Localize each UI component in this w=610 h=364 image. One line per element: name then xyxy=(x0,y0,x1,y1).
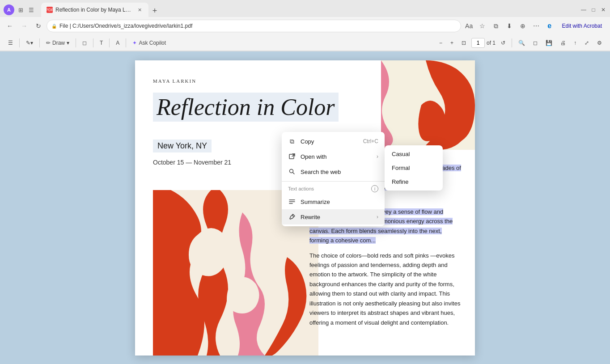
open-with-arrow: › xyxy=(377,153,378,160)
immersive-btn[interactable]: ◻ xyxy=(530,39,540,47)
search-btn[interactable]: 🔍 xyxy=(516,39,528,47)
tab-close-btn[interactable]: ✕ xyxy=(136,6,143,13)
close-btn[interactable]: ✕ xyxy=(600,7,606,13)
text-actions-label: Text actions xyxy=(288,186,314,191)
separator6 xyxy=(126,38,126,47)
nav-extras: Aa ☆ ⧉ ⬇ ⊕ ⋯ e xyxy=(463,20,556,32)
pdf-location: New York, NY xyxy=(153,140,212,152)
separator4 xyxy=(93,38,93,47)
favorites-btn[interactable]: ☆ xyxy=(476,20,489,32)
new-tab-btn[interactable]: + xyxy=(148,4,161,17)
address-text: File | C:/Users/Onedrive/s_izza/lovegive… xyxy=(59,23,456,29)
share-btn[interactable]: ↑ xyxy=(571,39,579,47)
tab-list-btn[interactable]: ☰ xyxy=(27,5,36,14)
menu-separator-1 xyxy=(282,181,385,182)
pdf-settings-btn[interactable]: ⚙ xyxy=(594,39,605,47)
separator3 xyxy=(76,38,76,47)
refresh-btn[interactable]: ↻ xyxy=(32,20,45,32)
copy-label: Copy xyxy=(301,138,359,145)
rewrite-icon xyxy=(288,213,296,221)
separator2 xyxy=(39,38,40,47)
font-btn[interactable]: A xyxy=(113,39,122,47)
context-menu: ⧉ Copy Ctrl+C Open with › Searc xyxy=(282,132,385,226)
save-btn[interactable]: 💾 xyxy=(543,39,555,47)
lock-icon: 🔒 xyxy=(51,24,57,29)
extensions-btn[interactable]: ⊕ xyxy=(517,20,529,32)
refine-option[interactable]: Refine xyxy=(385,175,443,189)
pdf-toolbar: ☰ ✎▾ ✏ Draw ▾ ◻ T A ✦ Ask Copilot − + ⊡ … xyxy=(0,35,610,51)
more-btn[interactable]: ⋯ xyxy=(530,20,542,32)
copilot-icon: ✦ xyxy=(132,40,137,46)
formal-option[interactable]: Formal xyxy=(385,161,443,175)
profile-icon[interactable]: A xyxy=(4,4,14,15)
separator5 xyxy=(109,38,110,47)
browser-chrome: A ⊞ ☰ PDF Reflection in Color by Maya La… xyxy=(0,0,610,51)
tab-title: Reflection in Color by Maya Lark... xyxy=(55,7,133,13)
edit-acrobat-btn[interactable]: Edit with Acrobat xyxy=(558,21,606,31)
main-area: MAYA LARKIN Reflection in Color New York… xyxy=(0,51,610,364)
info-icon[interactable]: i xyxy=(371,185,378,192)
page-nav: of 1 xyxy=(471,38,496,48)
ask-copilot-label: Ask Copilot xyxy=(139,40,166,46)
text-actions-section: Text actions i xyxy=(282,183,385,194)
maximize-btn[interactable]: □ xyxy=(590,7,597,13)
reader-mode-btn[interactable]: Aa xyxy=(463,20,475,32)
svg-line-9 xyxy=(292,215,294,217)
edge-icon: e xyxy=(543,20,556,32)
zoom-in-btn[interactable]: + xyxy=(448,39,456,47)
separator1 xyxy=(19,38,20,47)
info-letter: i xyxy=(374,186,375,191)
window-controls: — □ ✕ xyxy=(580,7,606,13)
search-web-menu-item[interactable]: Search the web xyxy=(282,164,385,179)
workspaces-btn[interactable]: ⊞ xyxy=(16,5,25,14)
pdf-paragraph-3: The choice of colors—bold reds and soft … xyxy=(309,251,462,328)
rewrite-arrow: › xyxy=(377,214,378,220)
rewrite-menu-item[interactable]: Rewrite › xyxy=(282,209,385,224)
collections-btn[interactable]: ⧉ xyxy=(490,20,502,32)
highlight-btn[interactable]: ✎▾ xyxy=(23,39,36,47)
separator7 xyxy=(512,38,512,47)
summarize-icon xyxy=(288,198,296,206)
search-web-label: Search the web xyxy=(301,169,378,175)
rotate-btn[interactable]: ↺ xyxy=(498,39,508,47)
summarize-menu-item[interactable]: Summarize xyxy=(282,194,385,209)
nav-bar: ← → ↻ 🔒 File | C:/Users/Onedrive/s_izza/… xyxy=(0,17,610,35)
search-web-icon xyxy=(288,168,296,176)
draw-btn[interactable]: ✏ Draw ▾ xyxy=(43,39,72,47)
page-total: of 1 xyxy=(487,40,496,46)
copy-shortcut: Ctrl+C xyxy=(363,138,378,144)
print-btn[interactable]: 🖨 xyxy=(558,39,568,47)
copy-menu-item[interactable]: ⧉ Copy Ctrl+C xyxy=(282,134,385,149)
minimize-btn[interactable]: — xyxy=(580,7,587,13)
erase-btn[interactable]: ◻ xyxy=(80,39,89,47)
pdf-title: Reflection in Color xyxy=(153,93,339,122)
fullscreen-btn[interactable]: ⤢ xyxy=(582,39,592,47)
ask-copilot-btn[interactable]: ✦ Ask Copilot xyxy=(130,39,169,47)
tab-bar: A ⊞ ☰ PDF Reflection in Color by Maya La… xyxy=(0,0,610,17)
forward-btn[interactable]: → xyxy=(18,20,30,32)
download-btn[interactable]: ⬇ xyxy=(503,20,516,32)
fit-btn[interactable]: ⊡ xyxy=(459,39,469,47)
back-btn[interactable]: ← xyxy=(4,20,16,32)
casual-option[interactable]: Casual xyxy=(385,147,443,161)
active-tab[interactable]: PDF Reflection in Color by Maya Lark... … xyxy=(41,3,148,17)
tab-favicon: PDF xyxy=(47,7,53,13)
tabs-container: PDF Reflection in Color by Maya Lark... … xyxy=(41,3,575,17)
open-with-menu-item[interactable]: Open with › xyxy=(282,149,385,164)
rewrite-label: Rewrite xyxy=(301,214,372,220)
copy-icon: ⧉ xyxy=(288,137,296,145)
zoom-out-btn[interactable]: − xyxy=(436,39,445,47)
open-with-label: Open with xyxy=(301,153,372,160)
rewrite-submenu: Casual Formal Refine xyxy=(385,145,443,190)
svg-line-5 xyxy=(293,173,295,174)
textbox-btn[interactable]: T xyxy=(97,39,106,47)
draw-label: Draw xyxy=(52,40,65,46)
pdf-artwork-top-right xyxy=(381,60,475,150)
page-input[interactable] xyxy=(471,38,485,48)
open-with-icon xyxy=(288,152,296,161)
address-bar[interactable]: 🔒 File | C:/Users/Onedrive/s_izza/lovegi… xyxy=(47,20,461,32)
annotations-btn[interactable]: ☰ xyxy=(5,39,16,47)
summarize-label: Summarize xyxy=(301,199,378,205)
